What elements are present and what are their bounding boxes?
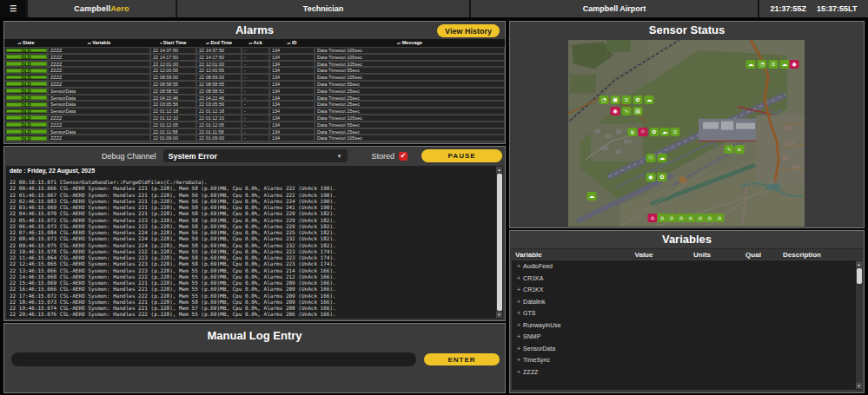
variables-title: Variables [510, 231, 864, 248]
alarms-column-header[interactable]: ▴▾ Message [315, 39, 505, 47]
debug-log-area[interactable]: date : Friday, 22 August, 2025 22 00:10:… [6, 166, 503, 319]
expand-icon[interactable]: + [517, 322, 520, 328]
alarms-column-header[interactable]: ▾ Start Time [150, 39, 196, 47]
variables-column-header[interactable]: Value [613, 249, 675, 260]
sensor-marker-home-icon[interactable]: ⌂ [715, 214, 725, 222]
variables-column-header[interactable]: Variable [510, 249, 613, 260]
expand-icon[interactable]: + [517, 310, 520, 316]
sensor-marker-cloud-icon[interactable]: ☁ [779, 60, 789, 69]
variable-row[interactable]: +SensorData [512, 343, 862, 355]
alarm-row[interactable]: OLDZZZZ22 08:58:5522 08:58:55-134Data Ti… [4, 81, 505, 88]
sensor-marker-antenna-icon[interactable]: ψ [627, 128, 637, 136]
expand-icon[interactable]: + [517, 346, 520, 352]
sensor-marker-home-icon[interactable]: ⌂ [734, 145, 744, 154]
alarms-column-header[interactable]: ▴▾ State [4, 39, 48, 47]
log-scrollbar[interactable]: ▲ ▼ [496, 167, 502, 318]
alarm-row[interactable]: OLDZZZZ22 01:09:0022 01:09:00-134Data Ti… [4, 135, 505, 142]
expand-icon[interactable]: + [517, 263, 520, 269]
scroll-down-icon[interactable]: ▼ [496, 312, 502, 318]
sensor-marker-visibility-icon[interactable]: ≡ [621, 95, 631, 104]
sensor-marker-eye-icon[interactable]: ◉ [790, 60, 799, 69]
variable-row[interactable]: +ZZZZ [512, 366, 862, 379]
variable-row[interactable]: +CR1KX [512, 284, 862, 296]
expand-icon[interactable]: + [517, 286, 520, 293]
sensor-marker-cloud-icon[interactable]: ☁ [586, 192, 596, 201]
airport-map[interactable]: ☁◔≡☁◉◔▣≡✿☁◉∿▤ψ☉✿☁≡∿⌂☉☁◉✿☁⌂⌂⌂⌂⌂⌂⌂⌂ [568, 40, 805, 227]
sensor-marker-flower-icon[interactable]: ✿ [649, 128, 659, 136]
alarm-row[interactable]: OLDZZZZ22 12:01:0022 12:01:00-134Data Ti… [4, 61, 505, 68]
variable-row[interactable]: +Datalink [512, 296, 862, 308]
alarm-row[interactable]: OLDZZZZ22 01:12:1022 01:12:10-134Data Ti… [4, 115, 505, 122]
sensor-marker-home-icon[interactable]: ⌂ [686, 214, 695, 222]
view-history-button[interactable]: View History [437, 24, 500, 37]
alarm-row[interactable]: OLDSensorData22 01:12:1822 01:12:18-134D… [4, 108, 505, 115]
variable-row[interactable]: +AudioFeed [512, 260, 862, 273]
sensor-marker-cloud-icon[interactable]: ☁ [745, 60, 755, 69]
variables-scrollbar[interactable]: ▲ ▼ [856, 261, 862, 389]
sensor-marker-visibility-icon[interactable]: ≡ [769, 60, 779, 69]
sensor-marker-flower-icon[interactable]: ✿ [633, 95, 642, 104]
sensor-marker-home-icon[interactable]: ⌂ [648, 214, 658, 222]
stored-checkbox[interactable]: ✔ [399, 152, 407, 161]
sensor-marker-eye-icon[interactable]: ◉ [646, 173, 655, 181]
sensor-marker-cloud-icon[interactable]: ☁ [659, 128, 669, 136]
sensor-marker-beacon-icon[interactable]: ☉ [638, 128, 647, 136]
alarm-row[interactable]: OLDZZZZ22 14:17:5022 14:17:50-134Data Ti… [4, 54, 505, 61]
alarms-column-header[interactable]: ▴▾ Ack [242, 39, 269, 47]
alarm-row[interactable]: OLDZZZZ22 01:12:0522 01:12:05-134Data Ti… [4, 122, 505, 128]
sensor-marker-visibility-icon[interactable]: ≡ [670, 128, 679, 136]
variables-list[interactable]: +AudioFeed+CR1KA+CR1KX+Datalink+GTS+Runw… [512, 260, 862, 390]
sensor-marker-eye-icon[interactable]: ◉ [611, 107, 620, 115]
sensor-marker-home-icon[interactable]: ⌂ [677, 214, 686, 222]
alarm-row[interactable]: OLDSensorData22 08:58:5222 08:58:52-134D… [4, 88, 505, 95]
alarm-row[interactable]: OLDZZZZ22 08:59:0022 08:59:00-134Data Ti… [4, 74, 505, 81]
alarm-row[interactable]: OLDZZZZ22 14:37:5022 14:37:50-134Data Ti… [4, 47, 505, 54]
sensor-marker-home-icon[interactable]: ⌂ [667, 214, 677, 222]
scroll-up-icon[interactable]: ▲ [856, 261, 862, 267]
sensor-marker-camera-icon[interactable]: ▣ [611, 95, 620, 104]
alarm-cell-ack: - [242, 74, 269, 81]
hamburger-menu-icon[interactable]: ☰ [0, 0, 26, 17]
expand-icon[interactable]: + [517, 299, 520, 305]
alarm-row[interactable]: OLDSensorData22 04:22:4622 04:22:46-134D… [4, 95, 505, 102]
variables-scrollbar-thumb[interactable] [857, 268, 862, 284]
alarm-row[interactable]: OLDSensorData22 01:11:5822 01:11:58-134D… [4, 128, 505, 135]
variable-row[interactable]: +GTS [512, 307, 862, 319]
expand-icon[interactable]: + [517, 369, 520, 375]
alarm-cell-variable: SensorData [48, 128, 150, 135]
alarm-row[interactable]: OLDZZZZ22 12:00:5522 12:00:55-134Data Ti… [4, 67, 505, 74]
alarms-column-header[interactable]: ▴▾ Variable [48, 39, 150, 47]
alarm-row[interactable]: OLDSensorData22 03:05:5622 03:05:56-134D… [4, 101, 505, 108]
sensor-marker-flower-icon[interactable]: ✿ [657, 173, 666, 181]
scroll-up-icon[interactable]: ▲ [496, 167, 502, 173]
sensor-marker-beacon-icon[interactable]: ☉ [646, 154, 655, 162]
expand-icon[interactable]: + [517, 357, 520, 363]
variable-row[interactable]: +CR1KA [512, 273, 862, 285]
expand-icon[interactable]: + [517, 333, 520, 339]
pause-button[interactable]: PAUSE [421, 149, 502, 162]
variable-row[interactable]: +SNMP [512, 331, 862, 343]
sensor-marker-cloud-icon[interactable]: ☁ [645, 95, 654, 104]
enter-button[interactable]: ENTER [424, 353, 500, 365]
sensor-marker-wind-icon[interactable]: ∿ [724, 145, 733, 154]
alarms-column-header[interactable]: ▴▾ ID [269, 39, 315, 47]
scroll-down-icon[interactable]: ▼ [856, 383, 862, 389]
variables-column-header[interactable]: Description [778, 249, 864, 260]
alarms-column-header[interactable]: ▴▾ End Time [196, 39, 242, 47]
sensor-marker-compass-icon[interactable]: ◔ [600, 95, 609, 104]
sensor-marker-compass-icon[interactable]: ◔ [758, 60, 767, 69]
variable-row[interactable]: +RunwayInUse [512, 319, 862, 332]
sensor-marker-home-icon[interactable]: ⌂ [696, 214, 706, 222]
variable-row[interactable]: +TimeSync [512, 354, 862, 366]
sensor-marker-cloud-icon[interactable]: ☁ [657, 154, 666, 162]
manual-log-input[interactable] [11, 352, 416, 366]
expand-icon[interactable]: + [517, 275, 520, 281]
variables-column-header[interactable]: Units [675, 249, 729, 260]
log-scrollbar-thumb[interactable] [497, 174, 502, 311]
variables-column-header[interactable]: Qual [729, 249, 778, 260]
debug-channel-select[interactable]: System Error ▼ [163, 149, 348, 162]
sensor-marker-home-icon[interactable]: ⌂ [705, 214, 714, 222]
sensor-marker-report-icon[interactable]: ▤ [633, 107, 642, 115]
sensor-marker-wind-icon[interactable]: ∿ [621, 107, 631, 115]
sensor-marker-home-icon[interactable]: ⌂ [657, 214, 666, 222]
